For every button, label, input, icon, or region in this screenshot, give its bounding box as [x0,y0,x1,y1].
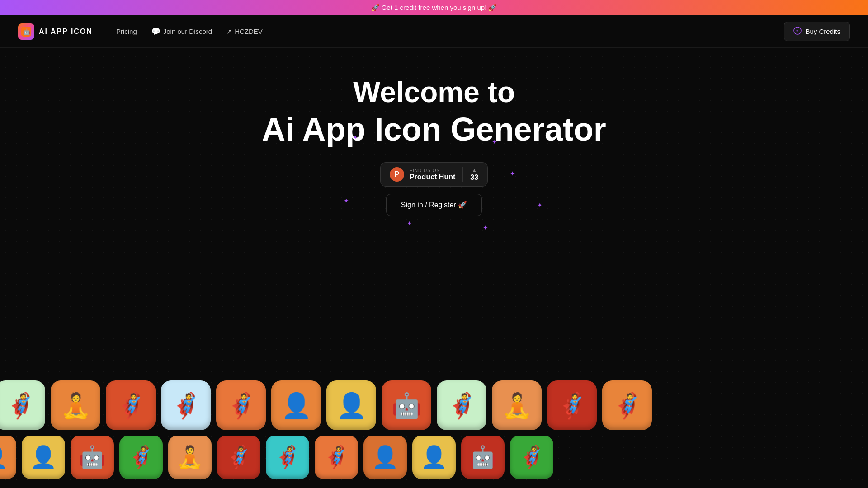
list-item: 👤 [326,380,376,430]
list-item: 🦸 [0,380,45,430]
svg-text:🤖: 🤖 [23,28,31,36]
nav-links: Pricing 💬 Join our Discord ↗ HCZDEV [111,23,268,39]
discord-link[interactable]: 💬 Join our Discord [146,23,217,39]
list-item: 🦸 [510,436,553,479]
hczdev-link[interactable]: ↗ HCZDEV [221,24,268,39]
list-item: 🤖 [461,436,505,479]
buy-credits-button[interactable]: ✦ Buy Credits [784,22,850,41]
list-item: 🦸 [106,380,156,430]
product-hunt-icon: P [390,167,404,182]
list-item: 🦸 [119,436,163,479]
logo[interactable]: 🤖 AI APP ICON [18,23,93,40]
promo-text: 🚀 Get 1 credit free when you sign up! 🚀 [371,4,497,11]
list-item: 👤 [22,436,65,479]
external-link-icon: ↗ [226,28,232,35]
list-item: 🦸 [161,380,211,430]
product-hunt-votes: ▲ 33 [462,167,478,182]
icon-rows: 🦸🧘🦸🦸🦸👤👤🤖🦸🧘🦸🦸 👤👤🤖🦸🧘🦸🦸🦸👤👤🤖🦸 [0,380,868,479]
pricing-link[interactable]: Pricing [111,24,142,39]
promo-banner: 🚀 Get 1 credit free when you sign up! 🚀 [0,0,868,15]
list-item: 🦸 [547,380,597,430]
list-item: 🦸 [602,380,652,430]
list-item: 🤖 [382,380,431,430]
list-item: 🦸 [437,380,486,430]
svg-text:✦: ✦ [795,28,799,33]
navbar: 🤖 AI APP ICON Pricing 💬 Join our Discord… [0,15,868,48]
logo-icon: 🤖 [18,23,34,40]
hero-line1: Welcome to [262,75,606,110]
product-hunt-badge[interactable]: P FIND US ON Product Hunt ▲ 33 [380,162,488,187]
list-item: 🦸 [216,380,266,430]
list-item: 🧘 [51,380,100,430]
logo-text: AI APP ICON [39,28,93,36]
icon-row-2: 👤👤🤖🦸🧘🦸🦸🦸👤👤🤖🦸 [0,436,868,479]
discord-icon: 💬 [151,27,160,36]
list-item: 🦸 [315,436,358,479]
list-item: 👤 [0,436,16,479]
icon-row-1: 🦸🧘🦸🦸🦸👤👤🤖🦸🧘🦸🦸 [0,380,868,430]
list-item: 🧘 [492,380,542,430]
signin-button[interactable]: Sign in / Register 🚀 [386,194,482,216]
hero-section: ✦ ✦ ✦ ✦ ✦ ✦ ✦ Welcome to Ai App Icon Gen… [0,48,868,216]
list-item: 👤 [363,436,407,479]
list-item: 🦸 [217,436,260,479]
sparkle-4: ✦ [344,197,349,204]
upvote-arrow-icon: ▲ [472,167,477,174]
hero-line2: Ai App Icon Generator [262,110,606,149]
list-item: 🦸 [266,436,309,479]
list-item: 👤 [271,380,321,430]
list-item: 🧘 [168,436,212,479]
list-item: 🤖 [71,436,114,479]
sparkle-5: ✦ [537,202,542,209]
product-hunt-text: FIND US ON Product Hunt [410,168,455,181]
list-item: 👤 [412,436,456,479]
hero-title: Welcome to Ai App Icon Generator [262,75,606,149]
credits-icon: ✦ [793,27,802,36]
sparkle-3: ✦ [510,170,515,177]
